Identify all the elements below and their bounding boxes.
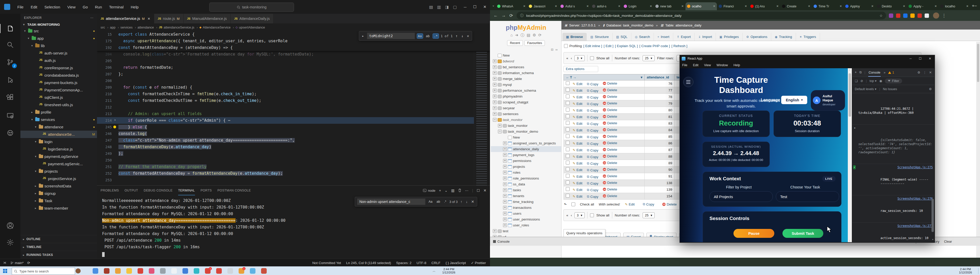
browser-tab[interactable]: localho ✕	[939, 2, 970, 10]
status-item[interactable]: { } JavaScript	[445, 261, 466, 265]
site-info-icon[interactable]: ⓘ	[520, 13, 524, 18]
expand-icon[interactable]: +	[493, 95, 496, 98]
close-tab-icon[interactable]: ✕	[871, 5, 873, 8]
db-tree-item[interactable]: + time_tracking	[491, 199, 561, 205]
db-tree-item[interactable]: + secyear	[491, 105, 561, 111]
expand-icon[interactable]: +	[493, 100, 496, 104]
db-tree-item[interactable]: + tasks	[491, 187, 561, 193]
bookmark-star-icon[interactable]: ☆	[880, 14, 883, 17]
collapse-all-icon[interactable]: ⊟	[551, 48, 553, 51]
taskbar-app-icon[interactable]	[261, 268, 267, 274]
expand-icon[interactable]: +	[493, 106, 496, 110]
panel-tab[interactable]: POSTMAN CONSOLE	[218, 186, 251, 195]
row-checkbox[interactable]	[566, 154, 570, 158]
extra-options-toggle[interactable]: Extra options	[563, 66, 598, 72]
browser-tab[interactable]: ocalho ✕	[686, 2, 717, 10]
tree-item[interactable]: JS crondatabasedata.js	[21, 71, 97, 79]
edit-row-link[interactable]: ✎Edit	[573, 175, 582, 179]
source-link[interactable]: ScreenshotApp.js:275	[897, 165, 933, 169]
copy-row-link[interactable]: ⧉Copy	[587, 175, 598, 179]
db-tree-item[interactable]: + user_roles	[491, 222, 561, 228]
row-checkbox[interactable]	[566, 167, 570, 171]
project-filter-select[interactable]: All Projects	[710, 191, 773, 202]
context-select[interactable]: top ▾	[870, 79, 877, 83]
extension-icon[interactable]	[918, 14, 922, 18]
terminal-dropdown-icon[interactable]: ⌄	[445, 188, 448, 193]
tree-item[interactable]: JS sqlClient.js	[21, 94, 97, 101]
expand-icon[interactable]: +	[503, 171, 507, 174]
editor-tab[interactable]: JS route.js M	[154, 14, 183, 24]
delete-row-link[interactable]: Delete	[603, 134, 617, 138]
tree-item[interactable]: ▾ src ●	[21, 27, 97, 35]
rows-select[interactable]: 25▾	[643, 212, 655, 218]
edit-row-link[interactable]: ✎Edit	[573, 155, 582, 159]
regex-toggle[interactable]: .*	[443, 199, 447, 204]
delete-row-link[interactable]: Delete	[603, 121, 617, 125]
delete-row-link[interactable]: Delete	[603, 95, 617, 98]
status-item[interactable]: CRLF	[431, 261, 441, 265]
sidebar-tab[interactable]: Favourites	[525, 40, 545, 46]
edit-row-link[interactable]: ✎Edit	[573, 188, 582, 192]
settings-gear-icon[interactable]: ⚙	[533, 33, 536, 38]
menu-item[interactable]: Help	[127, 4, 142, 10]
issues-link[interactable]: No Issues	[883, 87, 897, 91]
console-entry[interactable]: ✓ FINAL (Segment-wise) -----------------…	[852, 164, 934, 195]
edit-row-link[interactable]: ✎Edit	[573, 142, 582, 145]
reload-nav-icon[interactable]: ⟳	[538, 33, 542, 38]
extension-icon[interactable]	[896, 14, 900, 18]
taskbar-clock-secondary[interactable]: 2:44 PM1/12/2026	[955, 268, 977, 274]
console-entry[interactable]: raw_session_seconds: 10 ScreenshotApp.js…	[852, 195, 934, 223]
row-checkbox[interactable]	[566, 128, 570, 131]
pma-tab[interactable]: ⇑Export	[673, 33, 695, 41]
delete-row-link[interactable]: Delete	[603, 82, 617, 85]
regex-toggle[interactable]: .*	[433, 33, 439, 38]
console-sidebar-icon[interactable]: ❏	[855, 79, 858, 83]
expand-icon[interactable]: +	[503, 200, 507, 204]
close-tab-icon[interactable]: ✕	[713, 5, 715, 8]
profile-avatar[interactable]	[933, 13, 939, 19]
delete-row-link[interactable]: Delete	[603, 88, 617, 92]
start-button[interactable]	[3, 269, 7, 273]
db-tree-item[interactable]: New	[491, 134, 561, 140]
copy-selected-link[interactable]: ⧉Copy	[643, 202, 654, 206]
row-checkbox[interactable]	[566, 101, 570, 105]
source-link[interactable]: ScreenshotApp.js:277	[897, 224, 933, 228]
browser-tab[interactable]: (1) Aru ✕	[749, 2, 780, 10]
tree-item[interactable]: ▾ services ●	[21, 116, 97, 123]
help-icon[interactable]: ⓘ	[520, 33, 525, 38]
delete-row-link[interactable]: Delete	[603, 101, 617, 105]
tree-item[interactable]: ▾ paymentLogService	[21, 153, 97, 160]
menu-item[interactable]: Terminal	[106, 4, 127, 10]
db-tree-item[interactable]: + role_permissions	[491, 175, 561, 181]
taskbar-app-icon[interactable]: 1	[239, 268, 244, 274]
db-tree-item[interactable]: + task_monitor	[491, 123, 561, 129]
tree-item[interactable]: ▾ projects	[21, 168, 97, 175]
expand-icon[interactable]: +	[493, 83, 496, 87]
shell-selector[interactable]: node	[423, 189, 435, 193]
delete-row-link[interactable]: Delete	[603, 108, 617, 112]
expand-icon[interactable]: +	[503, 223, 507, 227]
close-find-icon[interactable]: ✕	[470, 200, 475, 204]
pma-tab[interactable]: ◉Tracking	[771, 33, 796, 41]
close-tab-icon[interactable]: ✕	[523, 5, 525, 8]
expand-icon[interactable]: +	[493, 89, 496, 92]
status-item[interactable]: Not Committed Yet	[312, 261, 341, 265]
page-select[interactable]: 3▾	[574, 55, 585, 61]
browser-tab[interactable]: Asful s ✕	[559, 2, 590, 10]
minimap[interactable]	[474, 31, 490, 185]
language-select[interactable]: English▾	[781, 96, 807, 104]
db-tree-item[interactable]: + information_schema	[491, 70, 561, 76]
split-terminal-icon[interactable]: ▥	[451, 188, 455, 193]
row-checkbox[interactable]	[566, 134, 570, 138]
expand-icon[interactable]: +	[503, 206, 507, 210]
project-root-folder[interactable]: ▾ TASK-MONITORING	[21, 22, 97, 27]
more-tabs-icon[interactable]: »	[883, 71, 885, 74]
db-tree-item[interactable]: + bd_sentances	[491, 64, 561, 70]
db-tree-item[interactable]: + phpmyadmin	[491, 93, 561, 99]
db-tree-item[interactable]: + performance_schema	[491, 88, 561, 93]
menu-item[interactable]: View	[704, 63, 711, 67]
db-tree-item[interactable]: + users	[491, 210, 561, 217]
rewind-icon[interactable]: ⬑	[564, 202, 567, 206]
prev-page-icon[interactable]: ‹	[571, 213, 572, 217]
tree-item[interactable]: JS projectService.js	[21, 175, 97, 182]
